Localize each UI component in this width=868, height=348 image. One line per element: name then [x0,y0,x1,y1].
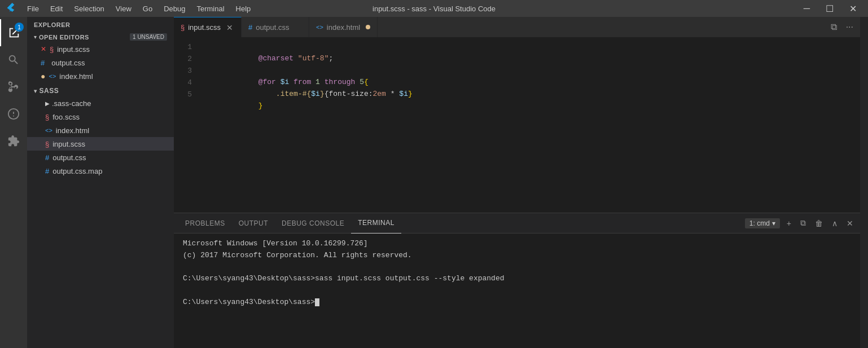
minimize-button[interactable]: ─ [798,2,816,15]
menu-file[interactable]: File [23,3,43,14]
open-editor-filename-html: index.html [59,72,93,81]
from-keyword: from [293,78,311,86]
split-terminal-button[interactable]: ⧉ [798,217,808,229]
title-bar: File Edit Selection View Go Debug Termin… [0,0,868,17]
open-editor-input-scss[interactable]: ✕ § input.scss [27,42,174,56]
open-editors-section: ▾ OPEN EDITORS 1 UNSAVED ✕ § input.scss … [27,30,174,84]
i-var-3: $i [399,90,408,98]
window-controls[interactable]: ─ ☐ ✕ [798,2,862,15]
tab-output[interactable]: OUTPUT [232,213,275,234]
terminal-line-1: Microsoft Windows [Version 10.0.16299.72… [183,238,851,250]
menu-view[interactable]: View [111,3,136,14]
tab-terminal[interactable]: TERMINAL [351,213,401,234]
source-control-activity-icon[interactable] [0,73,27,100]
tab-problems[interactable]: PROBLEMS [178,213,232,234]
tab-scss-icon: § [181,23,185,32]
terminal-selector[interactable]: 1: cmd ▾ [745,218,780,228]
tab-html-icon: <> [316,24,323,30]
panel-tabs: PROBLEMS OUTPUT DEBUG CONSOLE TERMINAL 1… [174,213,860,234]
close-panel-button[interactable]: ✕ [844,218,856,229]
through-keyword: through [325,78,356,86]
panel-tab-actions: 1: cmd ▾ + ⧉ 🗑 ∧ ✕ [745,217,856,229]
explorer-header: EXPLORER [27,17,174,30]
output-css-map-item[interactable]: # output.css.map [27,164,174,178]
output-css-icon: # [45,153,49,162]
line-numbers: 1 2 3 4 5 [174,37,196,213]
tab-close-icon[interactable]: ✕ [226,23,233,32]
open-editors-arrow: ▾ [34,34,37,40]
sass-cache-item[interactable]: ▶ .sass-cache [27,96,174,110]
code-editor[interactable]: 1 2 3 4 5 @charset "utf-8"; @for $i from… [174,37,860,213]
open-editor-index-html[interactable]: ● <> index.html [27,69,174,83]
debug-activity-icon[interactable] [0,100,27,127]
for-keyword: @for [258,78,276,86]
close-icon[interactable]: ✕ [41,45,46,53]
menu-help[interactable]: Help [231,3,256,14]
maximize-panel-button[interactable]: ∧ [830,218,840,229]
main-layout: 1 EXPLORER [0,17,868,348]
editor-content: 1 2 3 4 5 @charset "utf-8"; @for $i from… [174,37,860,348]
menu-debug[interactable]: Debug [159,3,190,14]
input-scss-item[interactable]: § input.scss [27,137,174,151]
open-editor-filename-css: output.css [51,59,85,67]
menu-terminal[interactable]: Terminal [192,3,229,14]
tab-output-css-label: output.css [256,23,289,32]
tab-debug-console[interactable]: DEBUG CONSOLE [275,213,351,234]
sass-cache-name: .sass-cache [52,99,91,108]
tab-index-html[interactable]: <> index.html [309,17,378,37]
svg-point-2 [13,116,14,117]
charset-keyword: @charset [258,54,293,63]
open-brace: { [364,78,369,86]
open-editors-header[interactable]: ▾ OPEN EDITORS 1 UNSAVED [27,32,174,42]
vscode-logo [6,2,16,15]
search-activity-icon[interactable] [0,46,27,73]
terminal-line-4: C:\Users\syang43\Desktop\sass>sass input… [183,273,851,285]
close-button[interactable]: ✕ [844,2,862,15]
from-num: 1 [315,78,320,86]
menu-bar[interactable]: File Edit Selection View Go Debug Termin… [23,3,255,14]
terminal-content[interactable]: Microsoft Windows [Version 10.0.16299.72… [174,234,860,348]
tab-input-scss[interactable]: § input.scss ✕ [174,17,242,37]
i-var-2: $i [311,90,320,98]
tab-input-scss-label: input.scss [188,23,221,32]
tab-output-css[interactable]: # output.css [242,17,309,37]
explorer-badge: 1 [15,23,24,32]
output-css-item[interactable]: # output.css [27,151,174,164]
close-brace-inner: } [408,90,413,98]
open-editors-label: OPEN EDITORS [39,34,89,41]
terminal-line-3 [183,262,851,274]
terminal-cursor [315,298,319,306]
sass-folder-header[interactable]: ▾ SASS [27,85,174,96]
explorer-activity-icon[interactable]: 1 [0,19,27,46]
right-sidebar [860,17,868,348]
foo-scss-item[interactable]: § foo.scss [27,110,174,124]
input-scss-icon: § [45,140,49,148]
code-line-1: @charset "utf-8"; [205,42,815,54]
open-editor-filename: input.scss [57,45,90,54]
input-scss-name: input.scss [52,140,85,148]
tab-bar: § input.scss ✕ # output.css <> index.htm… [174,17,860,37]
add-terminal-button[interactable]: + [784,218,794,229]
output-css-map-name: output.css.map [52,167,102,175]
open-editor-output-css[interactable]: # output.css [27,56,174,69]
tab-index-html-label: index.html [327,23,360,32]
index-html-item[interactable]: <> index.html [27,124,174,137]
dot-modified-icon: ● [41,72,45,81]
editor-area: § input.scss ✕ # output.css <> index.htm… [174,17,860,348]
index-html-name: index.html [56,126,89,135]
extensions-activity-icon[interactable] [0,127,27,155]
sass-section: ▾ SASS ▶ .sass-cache § foo.scss <> index… [27,84,174,179]
index-html-icon: <> [45,127,52,134]
folder-arrow-collapsed: ▶ [45,100,50,107]
menu-edit[interactable]: Edit [46,3,67,14]
menu-go[interactable]: Go [138,3,157,14]
foo-scss-name: foo.scss [52,113,80,121]
terminal-line-2: (c) 2017 Microsoft Corporation. All righ… [183,250,851,262]
selector: .item-#{ [276,90,311,98]
delete-terminal-button[interactable]: 🗑 [813,218,825,229]
more-actions-button[interactable]: ··· [844,21,856,33]
menu-selection[interactable]: Selection [69,3,108,14]
split-editor-button[interactable]: ⧉ [828,21,839,33]
code-lines: @charset "utf-8"; @for $i from 1 through… [196,37,815,213]
maximize-button[interactable]: ☐ [820,2,839,15]
